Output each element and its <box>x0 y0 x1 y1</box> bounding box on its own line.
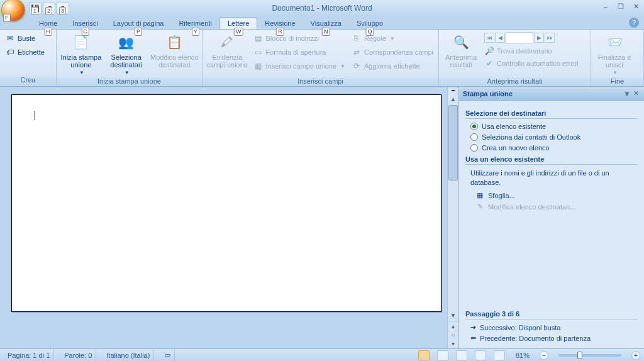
tab-label: Inserisci <box>72 19 97 27</box>
find-recipient-button[interactable]: 🔎Trova destinatario <box>482 45 581 57</box>
view-web-layout[interactable] <box>456 350 467 360</box>
tab-references[interactable]: RiferimentiY <box>171 18 219 29</box>
btn-label: Modifica elenco destinatari <box>150 53 199 69</box>
title-bar: F 💾1 ↶2 ↷3 Documento1 - Microsoft Word –… <box>0 0 644 16</box>
next-record-button[interactable]: ▶ <box>534 33 544 43</box>
tab-mailings[interactable]: LettereW <box>219 17 257 29</box>
btn-label: Corrispondenza campi <box>364 48 433 56</box>
qat-undo[interactable]: ↶2 <box>43 2 55 14</box>
scroll-thumb[interactable] <box>448 105 458 181</box>
taskpane-menu-button[interactable]: ▼ <box>623 90 631 97</box>
status-word-count[interactable]: Parole: 0 <box>60 350 96 361</box>
preview-results-button[interactable]: 🔍Anteprima risultati <box>441 31 480 76</box>
taskpane-close-button[interactable]: ✕ <box>631 89 640 97</box>
btn-label: Finalizza e unisci <box>594 53 635 69</box>
update-labels-button[interactable]: ⟳Aggiorna etichette <box>349 60 436 72</box>
status-track-changes[interactable]: ▭ <box>160 350 175 361</box>
prev-record-button[interactable]: ◀ <box>495 33 505 43</box>
status-language[interactable]: Italiano (Italia) <box>103 350 154 361</box>
labels-button[interactable]: 🏷Etichette <box>3 46 47 58</box>
zoom-level[interactable]: 81% <box>516 352 530 359</box>
radio-outlook-contacts[interactable]: Seleziona dai contatti di Outlook <box>470 133 638 141</box>
keytip: 2 <box>45 7 52 15</box>
keytip: 3 <box>59 7 66 15</box>
scroll-up-button[interactable]: ▲ <box>448 94 458 104</box>
first-record-button[interactable]: ⏮ <box>484 33 494 43</box>
highlight-fields-button[interactable]: 🖍Evidenzia campi unione <box>205 31 250 76</box>
status-page[interactable]: Pagina: 1 di 1 <box>4 350 54 361</box>
chevron-down-icon: ▼ <box>125 70 130 75</box>
edit-list-link: ✎Modifica elenco destinatari... <box>475 203 638 211</box>
vertical-scrollbar[interactable]: ━ ▲ ▼ ▴ ○ ▾ <box>447 87 458 348</box>
zoom-slider[interactable] <box>558 354 621 357</box>
finish-icon: 📨 <box>604 32 625 52</box>
view-outline[interactable] <box>475 350 486 360</box>
finish-merge-button[interactable]: 📨Finalizza e unisci▼ <box>594 31 635 76</box>
split-box[interactable]: ━ <box>448 87 458 94</box>
section-use-existing: Usa un elenco esistente <box>465 155 638 165</box>
auto-check-errors-button[interactable]: ✔Controllo automatico errori <box>482 57 581 70</box>
prev-page-button[interactable]: ▴ <box>452 323 455 330</box>
radio-use-existing-list[interactable]: Usa elenco esistente <box>470 123 638 130</box>
mail-merge-taskpane: Stampa unione ▼ ✕ Selezione dei destinat… <box>458 87 644 348</box>
chevron-down-icon: ▼ <box>390 36 395 42</box>
qat-save[interactable]: 💾1 <box>29 2 42 14</box>
tab-page-layout[interactable]: Layout di paginaP <box>106 18 172 29</box>
tab-label: Sviluppo <box>357 19 383 27</box>
browse-object-button[interactable]: ○ <box>451 331 455 338</box>
address-block-button[interactable]: ▤Blocco di indirizzi <box>251 32 348 45</box>
edit-icon: ✎ <box>475 203 484 211</box>
tab-label: Revisione <box>265 19 295 27</box>
qat-redo[interactable]: ↷3 <box>57 2 69 14</box>
find-icon: 🔎 <box>484 46 494 56</box>
radio-icon <box>470 133 478 141</box>
start-mail-merge-button[interactable]: 📄Inizia stampa unione▼ <box>59 31 103 76</box>
ribbon: ✉Buste 🏷Etichette Crea 📄Inizia stampa un… <box>0 29 644 87</box>
radio-label: Crea un nuovo elenco <box>482 144 550 152</box>
help-button[interactable]: ? <box>629 18 639 28</box>
tab-insert[interactable]: InserisciC <box>65 18 105 29</box>
zoom-thumb[interactable] <box>577 352 582 359</box>
close-button[interactable]: ✕ <box>631 3 640 11</box>
scroll-down-button[interactable]: ▼ <box>448 311 458 321</box>
keytip: Y <box>192 28 199 36</box>
tab-label: Visualizza <box>311 19 341 27</box>
edit-recipients-button[interactable]: 📋Modifica elenco destinatari <box>150 31 199 76</box>
link-label: Modifica elenco destinatari... <box>488 203 575 211</box>
view-full-screen[interactable] <box>437 350 448 360</box>
envelopes-button[interactable]: ✉Buste <box>3 32 47 45</box>
tab-review[interactable]: RevisioneR <box>257 18 303 29</box>
tab-label: Layout di pagina <box>113 19 164 27</box>
greeting-line-button[interactable]: ▭Formula di apertura <box>251 46 348 58</box>
document-area[interactable] <box>0 87 447 348</box>
status-bar: Pagina: 1 di 1 Parole: 0 Italiano (Itali… <box>0 348 644 361</box>
next-page-button[interactable]: ▾ <box>452 340 455 347</box>
tab-home[interactable]: HomeH <box>31 18 65 29</box>
radio-new-list[interactable]: Crea un nuovo elenco <box>470 144 638 152</box>
chevron-down-icon: ▼ <box>613 70 618 75</box>
rules-button[interactable]: ⎘Regole▼ <box>349 32 436 45</box>
insert-mode-icon: ▭ <box>164 351 170 359</box>
insert-merge-field-button[interactable]: ▦Inserisci campo unione▼ <box>251 60 348 72</box>
prev-step-link[interactable]: ⬅Precedente: Documento di partenza <box>470 334 638 342</box>
next-step-link[interactable]: ➔Successivo: Disponi busta <box>470 323 638 331</box>
zoom-in-button[interactable]: + <box>631 351 640 360</box>
preview-icon: 🔍 <box>451 32 471 52</box>
taskpane-description: Utilizzare i nomi e gli indirizzi di un … <box>470 169 638 187</box>
browse-link[interactable]: ▦Sfoglia... <box>475 191 638 200</box>
scroll-track[interactable] <box>448 181 458 311</box>
quick-access-toolbar: 💾1 ↶2 ↷3 <box>29 2 69 14</box>
match-fields-button[interactable]: ⇄Corrispondenza campi <box>349 46 436 58</box>
tab-developer[interactable]: SviluppoQ <box>349 18 391 29</box>
restore-button[interactable]: ❐ <box>616 3 625 11</box>
last-record-button[interactable]: ⏭ <box>545 33 555 43</box>
view-draft[interactable] <box>494 350 505 360</box>
select-recipients-button[interactable]: 👥Seleziona destinatari▼ <box>104 31 148 76</box>
minimize-button[interactable]: – <box>601 3 610 11</box>
view-print-layout[interactable] <box>418 350 430 360</box>
tab-view[interactable]: VisualizzaN <box>303 18 349 29</box>
document-page[interactable] <box>11 94 441 312</box>
record-number-field[interactable] <box>506 32 533 43</box>
tab-label: Riferimenti <box>179 19 212 27</box>
zoom-out-button[interactable]: − <box>540 351 548 360</box>
